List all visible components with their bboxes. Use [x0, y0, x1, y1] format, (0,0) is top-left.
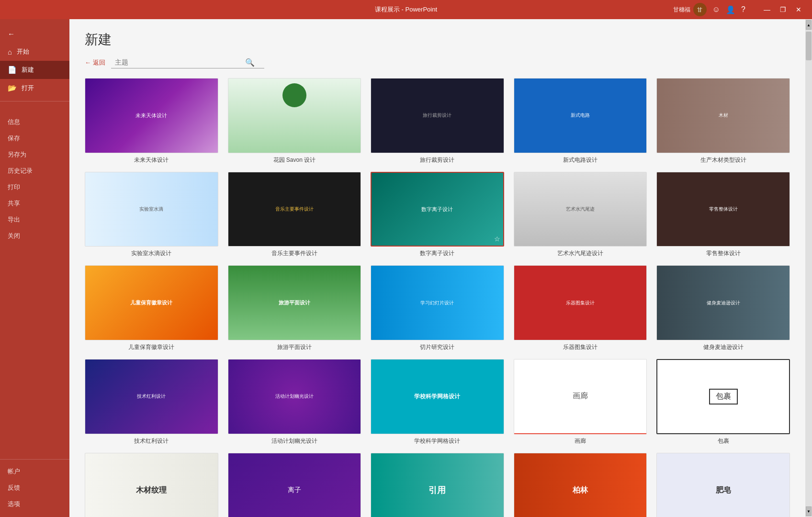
- sidebar-item-feedback[interactable]: 反馈: [0, 480, 69, 496]
- template-thumb-circuit: 新式电路: [514, 78, 647, 153]
- template-name-lab: 实验室水滴设计: [85, 249, 218, 258]
- template-thumb-quote: 引用: [371, 453, 504, 517]
- template-thumb-gallery: 画廊: [514, 359, 647, 434]
- template-item-wood[interactable]: 木材 生产木材类型设计: [656, 78, 790, 164]
- sidebar-item-print[interactable]: 打印: [0, 179, 69, 195]
- template-item-package[interactable]: 包裹 包裹: [656, 359, 790, 445]
- template-item-ion[interactable]: 离子 离子会议室: [228, 453, 361, 517]
- close-button[interactable]: ✕: [793, 5, 804, 14]
- template-item-gallery[interactable]: 画廊 画廊: [514, 359, 647, 445]
- template-thumb-ion: 离子: [228, 453, 361, 517]
- template-thumb-school: 学校科学网格设计: [371, 359, 504, 434]
- scrollbar[interactable]: ▲ ▼: [805, 19, 812, 517]
- template-grid-wrapper[interactable]: 未来天体设计 未来天体设计 花园 Savon 设计 旅行裁剪设计 旅行裁剪设计: [69, 74, 805, 517]
- sidebar-item-export[interactable]: 导出: [0, 212, 69, 228]
- template-name-music: 音乐主要事件设计: [228, 249, 361, 258]
- avatar: 甘: [693, 3, 707, 16]
- person-icon[interactable]: 👤: [726, 5, 735, 14]
- template-item-berlin[interactable]: 柏林 柏林: [514, 453, 647, 517]
- template-item-art[interactable]: 艺术水汽尾迹 艺术水汽尾迹设计: [514, 172, 647, 258]
- template-thumb-package: 包裹: [656, 359, 790, 434]
- template-item-tour[interactable]: 旅游平面设计 旅游平面设计: [228, 265, 361, 351]
- template-item-slice[interactable]: 学习幻灯片设计 切片研究设计: [371, 265, 504, 351]
- template-thumb-instrument: 乐器图集设计: [514, 265, 647, 340]
- minimize-button[interactable]: —: [761, 5, 773, 14]
- template-thumb-art: 艺术水汽尾迹: [514, 172, 647, 247]
- template-item-quote[interactable]: 引用 引用: [371, 453, 504, 517]
- sidebar-item-share[interactable]: 共享: [0, 195, 69, 212]
- window-title: 课程展示 - PowerPoint: [375, 5, 437, 14]
- smiley-icon[interactable]: ☺: [712, 5, 720, 14]
- sidebar-item-open[interactable]: 📂 打开: [0, 79, 69, 97]
- template-thumb-berlin: 柏林: [514, 453, 647, 517]
- template-name-retail: 零售整体设计: [656, 249, 790, 258]
- sidebar: ← ⌂ 开始 📄 新建 📂 打开 信息 保存 另存为 历史记录 打印 共享 导出: [0, 19, 69, 517]
- template-thumb-wood: 木材: [656, 78, 790, 153]
- template-item-garden[interactable]: 花园 Savon 设计: [228, 78, 361, 164]
- template-name-activity: 活动计划幽光设计: [228, 437, 361, 445]
- template-thumb-travel: 旅行裁剪设计: [371, 78, 504, 153]
- sidebar-item-save[interactable]: 保存: [0, 130, 69, 146]
- template-item-travel[interactable]: 旅行裁剪设计 旅行裁剪设计: [371, 78, 504, 164]
- template-item-digital[interactable]: 数字离子设计 ☆ 数字离子设计: [371, 172, 504, 258]
- search-input[interactable]: [111, 56, 245, 68]
- template-item-circuit[interactable]: 新式电路 新式电路设计: [514, 78, 647, 164]
- sidebar-secondary: 信息 保存 另存为 历史记录 打印 共享 导出 关闭: [0, 111, 69, 247]
- home-icon: ⌂: [8, 48, 12, 56]
- sidebar-item-history[interactable]: 历史记录: [0, 163, 69, 179]
- template-item-child[interactable]: 儿童保育徽章设计 儿童保育徽章设计: [85, 265, 218, 351]
- back-icon: ←: [8, 30, 15, 38]
- sidebar-item-home[interactable]: ⌂ 开始: [0, 43, 69, 61]
- template-thumb-fitness: 健身麦迪逊设计: [656, 265, 790, 340]
- sidebar-item-info[interactable]: 信息: [0, 114, 69, 130]
- user-info: 甘穗福 甘: [673, 3, 707, 16]
- template-item-lab[interactable]: 实验室水滴 实验室水滴设计: [85, 172, 218, 258]
- template-item-activity[interactable]: 活动计划幽光设计 活动计划幽光设计: [228, 359, 361, 445]
- sidebar-bottom: 帐户 反馈 选项: [0, 455, 69, 517]
- template-name-wood: 生产木材类型设计: [656, 156, 790, 164]
- template-item-instrument[interactable]: 乐器图集设计 乐器图集设计: [514, 265, 647, 351]
- template-item-soap[interactable]: 肥皂 肥皂: [656, 453, 790, 517]
- template-name-garden: 花园 Savon 设计: [228, 156, 361, 164]
- template-thumb-tech: 技术红利设计: [85, 359, 218, 434]
- template-item-future[interactable]: 未来天体设计 未来天体设计: [85, 78, 218, 164]
- sidebar-bottom-divider: [0, 459, 69, 460]
- content-area: 新建 ← 返回 🔍 未来天体设计 未来天体设计: [69, 19, 805, 517]
- template-thumb-lab: 实验室水滴: [85, 172, 218, 247]
- sidebar-home-label: 开始: [17, 47, 29, 56]
- template-name-slice: 切片研究设计: [371, 343, 504, 351]
- search-icon[interactable]: 🔍: [245, 58, 255, 67]
- template-item-fitness[interactable]: 健身麦迪逊设计 健身麦迪逊设计: [656, 265, 790, 351]
- template-thumb-digital: 数字离子设计 ☆: [371, 172, 504, 247]
- template-name-school: 学校科学网格设计: [371, 437, 504, 445]
- sidebar-item-new[interactable]: 📄 新建: [0, 61, 69, 79]
- template-thumb-slice: 学习幻灯片设计: [371, 265, 504, 340]
- sidebar-item-saveas[interactable]: 另存为: [0, 146, 69, 163]
- template-thumb-tour: 旅游平面设计: [228, 265, 361, 340]
- template-name-tech: 技术红利设计: [85, 437, 218, 445]
- search-row: ← 返回 🔍: [85, 56, 790, 68]
- scroll-up-btn[interactable]: ▲: [806, 20, 812, 30]
- sidebar-item-account[interactable]: 帐户: [0, 463, 69, 480]
- template-name-gallery: 画廊: [514, 437, 647, 445]
- template-item-tech[interactable]: 技术红利设计 技术红利设计: [85, 359, 218, 445]
- template-thumb-woodgrain: 木材纹理: [85, 453, 218, 517]
- scroll-down-btn[interactable]: ▼: [806, 506, 812, 516]
- sidebar-item-close[interactable]: 关闭: [0, 228, 69, 244]
- back-label: 返回: [93, 58, 105, 67]
- maximize-button[interactable]: ❐: [777, 5, 789, 14]
- sidebar-item-options[interactable]: 选项: [0, 496, 69, 512]
- title-bar: 课程展示 - PowerPoint 甘穗福 甘 ☺ 👤 ? — ❐ ✕: [0, 0, 812, 19]
- help-icon[interactable]: ?: [741, 5, 745, 14]
- template-item-woodgrain[interactable]: 木材纹理 木材纹理: [85, 453, 218, 517]
- template-thumb-child: 儿童保育徽章设计: [85, 265, 218, 340]
- back-arrow-icon: ←: [85, 59, 91, 66]
- template-item-school[interactable]: 学校科学网格设计 学校科学网格设计: [371, 359, 504, 445]
- template-name-travel: 旅行裁剪设计: [371, 156, 504, 164]
- back-button[interactable]: ← 返回: [85, 58, 105, 67]
- template-item-retail[interactable]: 零售整体设计 零售整体设计: [656, 172, 790, 258]
- template-item-music[interactable]: 音乐主要事件设计 音乐主要事件设计: [228, 172, 361, 258]
- template-name-instrument: 乐器图集设计: [514, 343, 647, 351]
- scroll-thumb[interactable]: [806, 32, 812, 60]
- sidebar-item-back[interactable]: ←: [0, 25, 69, 43]
